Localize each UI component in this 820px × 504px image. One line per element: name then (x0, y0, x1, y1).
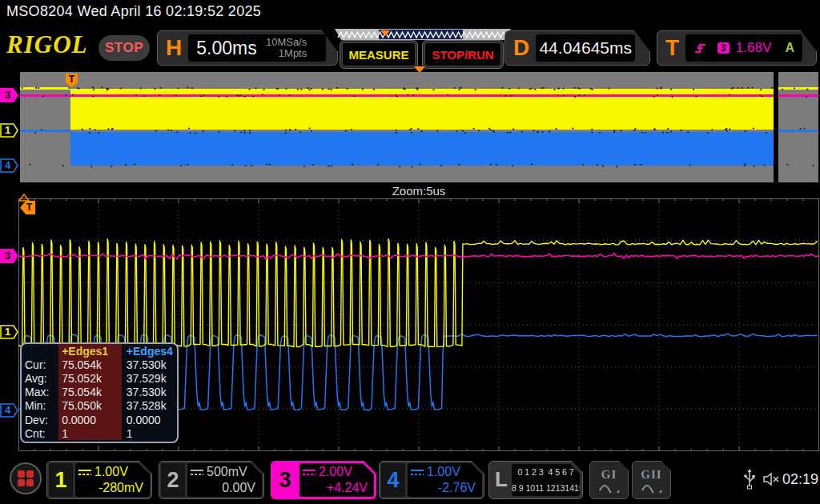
menu-button[interactable] (10, 462, 42, 494)
measure-value: 37.529k (122, 371, 177, 385)
oscilloscope-screen: MSO8204 Wed April 16 02:19:52 2025 RIGOL… (0, 0, 820, 504)
menu-grid-icon (26, 479, 34, 486)
timebase-value: 5.00ms (188, 38, 266, 59)
measure-value: 37.530k (122, 358, 177, 371)
measure-row-label: Avg: (22, 372, 58, 385)
clock-time: 02:19 (782, 471, 818, 488)
delay-group[interactable]: D 44.04645ms (504, 30, 650, 66)
dc-coupling-icon (78, 469, 91, 477)
trigger-sweep-mode: A (786, 41, 803, 55)
channel3-number: 3 (273, 463, 297, 497)
zoom-ch4-marker[interactable]: 4 (0, 402, 19, 418)
sine-wave-icon (641, 482, 663, 493)
dc-coupling-icon (303, 469, 316, 477)
measure-col2-header: +Edges4 (122, 344, 177, 358)
measure-value: 1 (58, 426, 122, 440)
overview-traces (20, 72, 818, 182)
overview-waveform-strip: T (20, 72, 818, 182)
dc-coupling-icon (411, 469, 424, 477)
channel1-scale: 1.00V (94, 465, 128, 479)
zoom-ch1-marker[interactable]: 1 (0, 324, 19, 340)
measure-col1-header: +Edges1 (58, 344, 122, 358)
measure-row-label: Cnt: (22, 427, 58, 440)
channel2-number: 2 (161, 463, 185, 497)
channel3-box[interactable]: 3 2.00V +4.24V (271, 461, 376, 499)
channel1-box[interactable]: 1 1.00V -280mV (46, 461, 152, 499)
memory-position-bar[interactable] (335, 29, 511, 40)
t-label: T (657, 35, 685, 61)
d-label: D (505, 35, 536, 61)
measure-value: 0.0000 (58, 413, 122, 426)
logic-row1: 0 1 2 3 4 5 6 7 (512, 464, 580, 480)
corner-triangle-icon (18, 194, 30, 202)
measure-value: 37.528k (122, 399, 177, 413)
h-label: H (158, 35, 188, 61)
measure-row-label: Max: (22, 386, 58, 398)
trigger-group[interactable]: T 3 1.68V A (657, 30, 817, 66)
measure-value: 75.054k (58, 386, 122, 399)
generator2-label: GII (641, 468, 661, 482)
logic-label: L (492, 463, 510, 495)
channel4-number: 4 (381, 463, 405, 497)
model-and-datetime: MSO8204 Wed April 16 02:19:52 2025 (6, 3, 261, 20)
measure-value: 75.052k (58, 371, 122, 385)
menu-grid-icon (26, 470, 34, 478)
channel1-number: 1 (49, 463, 73, 497)
channel2-scale: 500mV (207, 465, 247, 479)
trigger-source-badge: 3 (718, 42, 730, 54)
channel3-scale: 2.00V (319, 465, 352, 479)
trigger-level-value: 1.68V (736, 40, 786, 56)
dc-coupling-icon (191, 469, 203, 477)
logic-row2: 8 9 1011 12131415 (512, 480, 580, 496)
title-bar: MSO8204 Wed April 16 02:19:52 2025 (0, 0, 820, 24)
delay-value: 44.04645ms (539, 38, 632, 58)
zoom-ch3-marker[interactable]: 3 (0, 248, 19, 264)
menu-grid-icon (18, 479, 25, 486)
menu-grid-icon (18, 470, 25, 478)
speaker-muted-icon[interactable] (762, 472, 780, 486)
strip-ch4-marker[interactable]: 4 (0, 158, 19, 174)
measure-row-label: Min: (22, 399, 58, 412)
measure-value: 0.0000 (122, 413, 177, 426)
run-state-badge[interactable]: STOP (98, 35, 150, 61)
stop-run-button[interactable]: STOP/RUN (422, 40, 504, 69)
generator1-label: GI (601, 468, 617, 482)
zoom-scale-label: Zoom:5us (18, 184, 819, 198)
measure-row-label: Cur: (22, 358, 58, 371)
channel4-offset: -2.76V (438, 481, 476, 495)
logic-channels-box[interactable]: L 0 1 2 3 4 5 6 7 8 9 1011 12131415 (488, 461, 583, 499)
usb-icon (743, 469, 756, 490)
rising-edge-trigger-icon (693, 41, 709, 55)
measure-value: 75.050k (58, 399, 122, 413)
measure-value: 37.530k (122, 386, 177, 399)
measure-row-label: Dev: (22, 414, 58, 426)
channel3-offset: +4.24V (327, 481, 368, 495)
channel4-scale: 1.00V (427, 465, 460, 479)
measure-button[interactable]: MEASURE (340, 40, 418, 69)
acquisition-info: 10MSa/s 1Mpts (266, 37, 326, 59)
strip-ch3-marker[interactable]: 3 (0, 87, 19, 103)
measure-value: 75.054k (58, 358, 122, 371)
generator1-button[interactable]: GI (589, 461, 629, 499)
measurement-panel[interactable]: +Edges1 +Edges4 Cur:75.054k37.530k Avg:7… (20, 342, 179, 443)
generator2-button[interactable]: GII (632, 461, 671, 499)
channel1-offset: -280mV (98, 481, 143, 495)
memory-depth: 1Mpts (279, 47, 307, 59)
channel2-box[interactable]: 2 500mV 0.00V (159, 461, 264, 499)
horizontal-timebase-group[interactable]: H 5.00ms 10MSa/s 1Mpts (157, 30, 338, 66)
sample-rate: 10MSa/s (266, 36, 307, 48)
channel4-box[interactable]: 4 1.00V -2.76V (379, 461, 484, 499)
measure-value: 1 (122, 426, 177, 440)
channel2-offset: 0.00V (222, 481, 255, 495)
rigol-logo: RIGOL (6, 30, 87, 59)
strip-ch1-marker[interactable]: 1 (0, 122, 19, 138)
sine-wave-icon (598, 482, 621, 493)
